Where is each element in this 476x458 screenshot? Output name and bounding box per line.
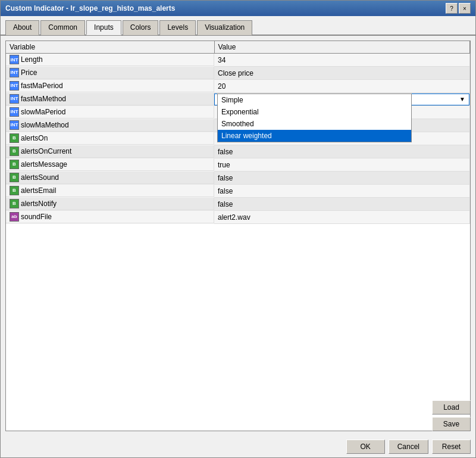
help-button[interactable]: ? — [446, 3, 458, 14]
table-row: B alertsMessage true — [6, 158, 470, 172]
bool-icon: B — [10, 186, 19, 195]
cancel-button[interactable]: Cancel — [389, 440, 428, 454]
str-icon: ab — [10, 212, 19, 222]
var-name: fastMaPeriod — [21, 82, 63, 90]
var-cell: B alertsNotify — [6, 198, 214, 210]
var-cell: INT Price — [6, 67, 214, 79]
bool-icon: B — [10, 133, 19, 143]
side-buttons: Load Save — [432, 400, 471, 431]
ok-button[interactable]: OK — [346, 440, 385, 454]
title-bar: Custom Indicator - lr_slope_reg_histo_ma… — [1, 1, 475, 16]
var-cell: INT slowMaMethod — [6, 119, 214, 132]
var-name: Price — [21, 68, 37, 77]
var-name: alertsOn — [21, 134, 48, 142]
var-cell: INT fastMaMethod — [6, 93, 214, 105]
title-controls: ? × — [446, 3, 471, 14]
var-name: soundFile — [21, 213, 52, 221]
bool-icon: B — [10, 173, 19, 182]
var-cell: INT fastMaPeriod — [6, 80, 214, 92]
close-button[interactable]: × — [459, 3, 471, 14]
parameters-table-container: Variable Value INT Length 34 — [5, 40, 471, 431]
table-row: INT fastMaPeriod 20 — [6, 80, 470, 93]
var-cell: B alertsMessage — [6, 158, 214, 171]
tab-inputs[interactable]: Inputs — [86, 20, 121, 35]
dropdown-arrow-icon: ▼ — [459, 96, 465, 102]
dropdown-option-smoothed[interactable]: Smoothed — [218, 118, 411, 130]
col-value: Value — [214, 41, 470, 54]
dropdown-option-exponential[interactable]: Exponential — [218, 106, 411, 118]
table-row: ab soundFile alert2.wav — [6, 211, 470, 224]
table-row: B alertsOnCurrent false — [6, 145, 470, 158]
tabs-bar: About Common Inputs Colors Levels Visual… — [1, 16, 475, 36]
reset-button[interactable]: Reset — [432, 440, 471, 454]
dropdown-option-linear-weighted[interactable]: Linear weighted — [218, 130, 411, 142]
col-variable: Variable — [6, 41, 214, 54]
var-name: alertsOnCurrent — [21, 147, 71, 155]
val-cell[interactable]: false — [214, 172, 470, 185]
var-name: slowMaMethod — [21, 121, 69, 129]
var-name: alertsMessage — [21, 160, 67, 169]
var-name: Length — [21, 55, 43, 64]
int-icon: INT — [10, 107, 19, 117]
save-button[interactable]: Save — [432, 417, 471, 431]
var-cell: ab soundFile — [6, 211, 214, 223]
tab-about[interactable]: About — [5, 20, 39, 35]
int-icon: INT — [10, 55, 19, 64]
tab-visualization[interactable]: Visualization — [197, 20, 252, 35]
dropdown-option-simple[interactable]: Simple — [218, 94, 411, 106]
val-cell[interactable]: true — [214, 158, 470, 172]
table-row: B alertsNotify false — [6, 198, 470, 211]
int-icon: INT — [10, 94, 19, 104]
table-row: B alertsEmail false — [6, 185, 470, 198]
main-window: Custom Indicator - lr_slope_reg_histo_ma… — [0, 0, 476, 458]
val-cell[interactable]: false — [214, 145, 470, 158]
var-cell: B alertsOnCurrent — [6, 145, 214, 158]
val-cell[interactable]: false — [214, 185, 470, 198]
dropdown-list[interactable]: Simple Exponential Smoothed Linear weigh… — [217, 94, 412, 142]
window-title: Custom Indicator - lr_slope_reg_histo_ma… — [5, 4, 175, 13]
load-button[interactable]: Load — [432, 400, 471, 415]
val-cell[interactable]: false — [214, 198, 470, 211]
var-name: fastMaMethod — [21, 95, 66, 103]
var-cell: B alertsEmail — [6, 185, 214, 197]
table-row: B alertsSound false — [6, 172, 470, 185]
bool-icon: B — [10, 160, 19, 169]
content-area: Variable Value INT Length 34 — [1, 36, 475, 436]
bottom-buttons: OK Cancel Reset — [1, 436, 475, 457]
val-cell[interactable]: alert2.wav — [214, 211, 470, 224]
var-name: slowMaPeriod — [21, 108, 65, 116]
int-icon: INT — [10, 81, 19, 91]
tab-colors[interactable]: Colors — [123, 20, 159, 35]
val-cell[interactable]: 20 — [214, 80, 470, 93]
bool-icon: B — [10, 147, 19, 156]
tab-common[interactable]: Common — [40, 20, 85, 35]
var-cell: INT Length — [6, 54, 214, 66]
var-name: alertsEmail — [21, 186, 56, 195]
tab-levels[interactable]: Levels — [159, 20, 196, 35]
var-name: alertsSound — [21, 173, 59, 182]
var-cell: INT slowMaPeriod — [6, 106, 214, 119]
val-cell[interactable]: 34 — [214, 54, 470, 67]
bool-icon: B — [10, 199, 19, 208]
int-icon: INT — [10, 68, 19, 77]
table-row: INT Length 34 — [6, 54, 470, 67]
var-name: alertsNotify — [21, 200, 57, 208]
var-cell: B alertsSound — [6, 172, 214, 184]
var-cell: B alertsOn — [6, 132, 214, 145]
table-row: INT Price Close price — [6, 67, 470, 80]
val-cell[interactable]: Close price — [214, 67, 470, 80]
int-icon: INT — [10, 120, 19, 130]
